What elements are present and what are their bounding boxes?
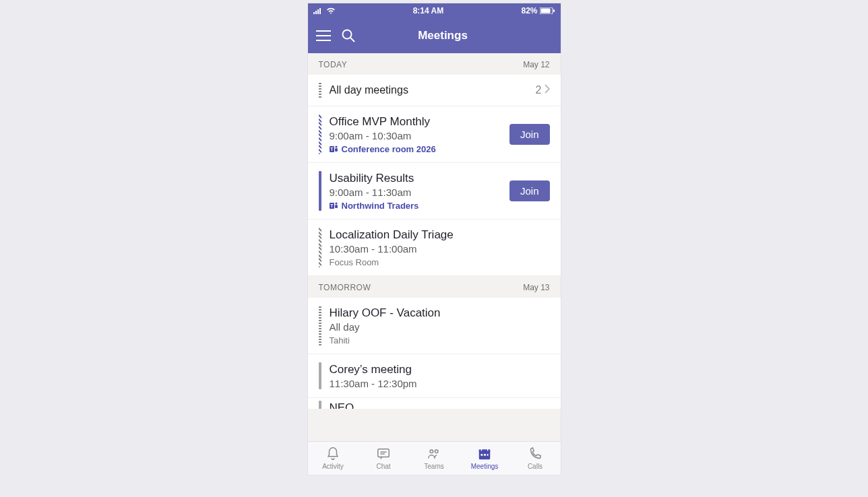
cell-signal-icon — [313, 7, 323, 14]
svg-text:T: T — [330, 203, 334, 208]
meeting-title: Localization Daily Triage — [330, 228, 550, 242]
meeting-title: NEO — [330, 401, 550, 409]
tab-label: Calls — [528, 463, 542, 470]
svg-rect-0 — [313, 12, 315, 14]
meeting-location: T Conference room 2026 — [330, 144, 501, 154]
meeting-title: Hilary OOF - Vacation — [330, 306, 550, 321]
chat-icon — [376, 446, 391, 461]
tab-label: Meetings — [471, 463, 499, 470]
svg-rect-26 — [479, 450, 491, 453]
meeting-title: Office MVP Monthly — [330, 114, 501, 129]
svg-rect-1 — [315, 11, 317, 14]
meeting-item[interactable]: NEO — [308, 398, 561, 409]
section-header-today: TODAY May 12 — [308, 53, 561, 75]
tab-meetings[interactable]: Meetings — [460, 442, 510, 475]
svg-rect-6 — [553, 9, 555, 12]
section-label: TODAY — [319, 60, 348, 69]
svg-rect-15 — [335, 148, 338, 152]
status-time: 8:14 AM — [413, 6, 444, 15]
svg-point-23 — [430, 450, 433, 453]
meeting-accent-icon — [319, 228, 321, 267]
allday-label: All day meetings — [330, 84, 536, 96]
meeting-item[interactable]: Office MVP Monthly 9:00am - 10:30am T Co… — [308, 106, 561, 163]
meeting-accent-icon — [319, 401, 321, 409]
allday-count: 2 — [536, 84, 542, 96]
section-date: May 12 — [523, 60, 549, 69]
allday-accent-icon — [319, 83, 321, 98]
meeting-location: Focus Room — [330, 257, 550, 267]
meeting-time: 9:00am - 10:30am — [330, 130, 501, 141]
svg-point-14 — [335, 145, 337, 147]
meeting-item[interactable]: Localization Daily Triage 10:30am - 11:0… — [308, 220, 561, 276]
tab-chat[interactable]: Chat — [359, 442, 409, 475]
app-header: Meetings — [308, 18, 561, 53]
svg-rect-5 — [541, 9, 551, 13]
all-day-meetings-row[interactable]: All day meetings 2 — [308, 75, 561, 106]
status-bar: 8:14 AM 82% — [308, 3, 561, 18]
meeting-location: Tahiti — [330, 335, 550, 345]
hamburger-menu-button[interactable] — [316, 30, 331, 41]
content-area: TODAY May 12 All day meetings 2 Office M… — [308, 53, 561, 441]
meeting-accent-icon — [319, 171, 321, 211]
meeting-accent-icon — [319, 362, 321, 389]
meeting-accent-icon — [319, 306, 321, 345]
tab-label: Activity — [322, 463, 344, 470]
svg-point-24 — [435, 450, 438, 453]
tab-label: Chat — [376, 463, 390, 470]
section-label: TOMORROW — [319, 283, 371, 292]
svg-rect-29 — [487, 454, 489, 456]
battery-icon — [540, 7, 555, 14]
meeting-item[interactable]: Usability Results 9:00am - 11:30am T Nor… — [308, 163, 561, 220]
tab-activity[interactable]: Activity — [308, 442, 359, 475]
meeting-accent-icon — [319, 114, 321, 154]
join-button[interactable]: Join — [509, 180, 550, 201]
svg-rect-27 — [481, 454, 483, 456]
meeting-title: Usability Results — [330, 171, 501, 186]
svg-rect-28 — [484, 454, 486, 456]
meeting-item[interactable]: Corey’s meeting 11:30am - 12:30pm — [308, 354, 561, 398]
tab-label: Teams — [424, 463, 443, 470]
section-header-tomorrow: TOMORROW May 13 — [308, 276, 561, 298]
meeting-time: 9:00am - 11:30am — [330, 187, 501, 198]
wifi-icon — [326, 7, 336, 14]
calendar-icon — [477, 446, 492, 461]
svg-rect-20 — [378, 449, 390, 457]
phone-frame: 8:14 AM 82% Meetings TODAY May 12 All da… — [308, 3, 561, 475]
bell-icon — [326, 446, 340, 461]
join-button[interactable]: Join — [509, 124, 550, 145]
section-date: May 13 — [523, 283, 549, 292]
status-battery: 82% — [521, 6, 537, 15]
teams-icon: T — [330, 201, 338, 210]
svg-text:T: T — [330, 147, 334, 152]
meeting-location: T Northwind Traders — [330, 201, 501, 211]
meeting-title: Corey’s meeting — [330, 362, 550, 377]
svg-rect-2 — [317, 9, 319, 14]
teams-icon — [427, 446, 441, 461]
meeting-time: All day — [330, 321, 550, 333]
svg-point-10 — [342, 30, 351, 39]
svg-rect-19 — [335, 205, 338, 208]
meeting-item[interactable]: Hilary OOF - Vacation All day Tahiti — [308, 298, 561, 354]
page-title: Meetings — [366, 29, 520, 42]
chevron-right-icon — [545, 84, 550, 96]
tab-teams[interactable]: Teams — [409, 442, 460, 475]
tab-calls[interactable]: Calls — [510, 442, 561, 475]
teams-icon: T — [330, 145, 338, 154]
meeting-time: 10:30am - 11:00am — [330, 243, 550, 255]
svg-rect-3 — [319, 8, 321, 14]
tab-bar: Activity Chat Teams Meetings Calls — [308, 441, 561, 475]
svg-point-18 — [335, 203, 337, 205]
svg-line-11 — [350, 38, 354, 42]
search-button[interactable] — [342, 29, 355, 42]
meeting-time: 11:30am - 12:30pm — [330, 378, 550, 389]
phone-icon — [528, 446, 542, 461]
